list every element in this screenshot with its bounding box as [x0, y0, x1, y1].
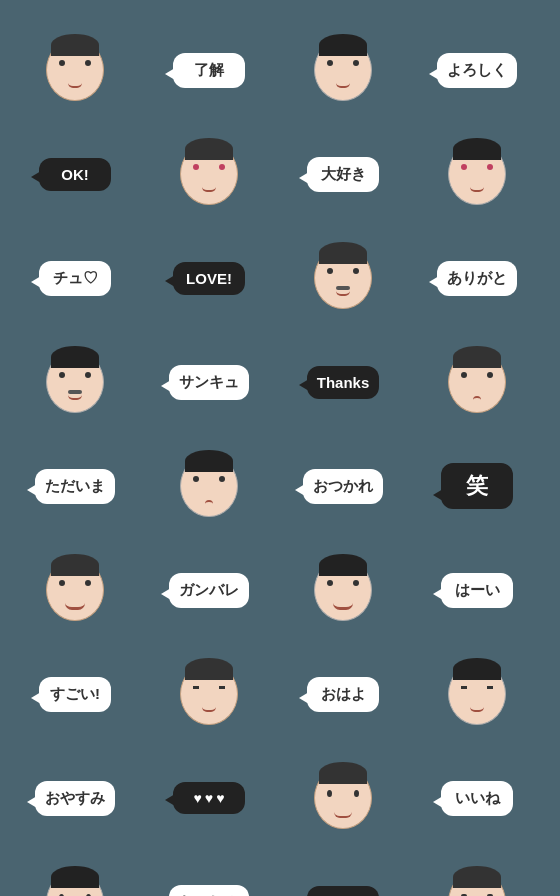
- speech-bubble: おはよ: [307, 677, 379, 712]
- face-cell-8-1: [412, 852, 542, 896]
- sticker-grid: 了解 よろしく OK! 大好き: [0, 10, 560, 896]
- face-cell-1-1: [10, 20, 140, 120]
- bubble-cell-4-1: ただいま: [10, 436, 140, 536]
- speech-bubble: はーい: [441, 573, 513, 608]
- face-cell-3-1: [278, 228, 408, 328]
- speech-bubble: チュ♡: [39, 261, 111, 296]
- bubble-cell-4-2: おつかれ: [278, 436, 408, 536]
- label-hearts: ♥ ♥ ♥: [173, 782, 245, 814]
- speech-bubble: おつかれ: [303, 469, 383, 504]
- label-bubble: OK!: [39, 158, 111, 191]
- face-cell-6-2: [412, 644, 542, 744]
- label-bubble: GOOD!: [307, 886, 379, 897]
- bubble-cell-2-1: 大好き: [278, 124, 408, 224]
- bubble-cell-1-2: よろしく: [412, 20, 542, 120]
- bubble-cell-7-1: いいね: [412, 748, 542, 848]
- bubble-cell-5-1: ガンバレ: [144, 540, 274, 640]
- label-cell-7: GOOD!: [278, 852, 408, 896]
- label-cell-5: すごい!: [10, 644, 140, 744]
- speech-bubble: よろしく: [437, 53, 517, 88]
- bubble-cell-3-1: ありがと: [412, 228, 542, 328]
- face-cell-5-1: [10, 540, 140, 640]
- bubble-cell-3-2: サンキュ: [144, 332, 274, 432]
- face-cell-2-2: [412, 124, 542, 224]
- bubble-cell-7-2: たのしみ: [144, 852, 274, 896]
- speech-bubble: 了解: [173, 53, 245, 88]
- face-cell-4-1: [412, 332, 542, 432]
- label-cell-3: Thanks: [278, 332, 408, 432]
- speech-bubble: サンキュ: [169, 365, 249, 400]
- face-cell-2-1: [144, 124, 274, 224]
- face-cell-7-2: [10, 852, 140, 896]
- bubble-cell-6-1: おはよ: [278, 644, 408, 744]
- label-cell-1: OK!: [10, 124, 140, 224]
- label-bubble: LOVE!: [173, 262, 245, 295]
- bubble-cell-1-1: 了解: [144, 20, 274, 120]
- label-cell-4: 笑: [412, 436, 542, 536]
- face-cell-3-2: [10, 332, 140, 432]
- face-cell-4-2: [144, 436, 274, 536]
- speech-bubble: おやすみ: [35, 781, 115, 816]
- bubble-cell-6-2: おやすみ: [10, 748, 140, 848]
- label-cell-6: ♥ ♥ ♥: [144, 748, 274, 848]
- label-cell-2: LOVE!: [144, 228, 274, 328]
- speech-bubble: 大好き: [307, 157, 379, 192]
- face-cell-5-2: [278, 540, 408, 640]
- speech-bubble: ありがと: [437, 261, 517, 296]
- speech-bubble: いいね: [441, 781, 513, 816]
- face-cell-6-1: [144, 644, 274, 744]
- speech-bubble: たのしみ: [169, 885, 249, 897]
- label-bubble: 笑: [441, 463, 513, 509]
- bubble-cell-5-2: はーい: [412, 540, 542, 640]
- face-cell-7-1: [278, 748, 408, 848]
- label-bubble: Thanks: [307, 366, 380, 399]
- speech-bubble: ただいま: [35, 469, 115, 504]
- label-bubble-white: すごい!: [39, 677, 111, 712]
- speech-bubble: ガンバレ: [169, 573, 249, 608]
- bubble-cell-2-2: チュ♡: [10, 228, 140, 328]
- face-cell-1-2: [278, 20, 408, 120]
